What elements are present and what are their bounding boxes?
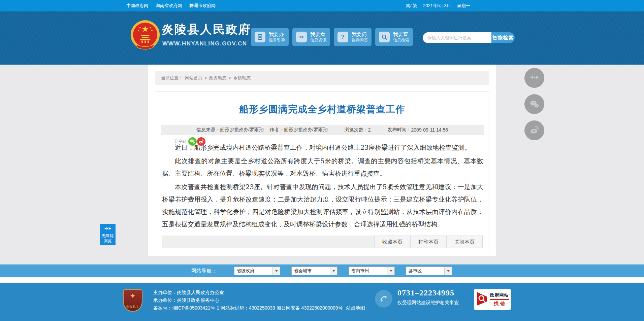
footer-gap [0, 277, 644, 283]
organizer-label: 主办单位： [153, 290, 177, 295]
smart-search-button[interactable]: 智能检索 [491, 32, 515, 43]
article: 船形乡圆满完成全乡村道桥梁普查工作 信息来源： 船形乡党政办/罗雨翔 作者： 船… [155, 91, 489, 253]
nav-select-value: 县市区 [406, 268, 444, 274]
question-icon: ? [337, 32, 348, 42]
error-badge-line1: 政府网站 [490, 292, 509, 298]
quick-button-query[interactable]: 我要查信息检索 [375, 28, 413, 46]
chevron-down-icon [330, 267, 337, 275]
article-paragraph: 此次排查的对象主要是全乡村道公路所有跨度大于5米的桥梁。调查的主要内容包括桥梁基… [162, 155, 483, 180]
quick-buttons: 我要办服务引导 我要看信息资讯 ? 我要问咨询问答 我要查信息检索 [251, 28, 413, 46]
quick-button-view[interactable]: 我要看信息资讯 [292, 28, 330, 46]
organizer-value: 炎陵县人民政府办公室 [177, 290, 224, 295]
nav-select-value: 省会城市 [292, 268, 330, 274]
lang-toggle[interactable]: 简/ 繁 [406, 3, 417, 9]
share-row: 分享到 [174, 137, 205, 146]
topbar-links: 中国政府网 湖南省政府网 株洲市政府网 [126, 0, 216, 11]
search-icon [379, 32, 390, 42]
torch-icon: ✦ [130, 292, 136, 300]
meta-author-value: 船形乡党政办/罗雨翔 [284, 127, 328, 133]
undertaker-value: 炎陵县政务服务中心 [177, 297, 219, 303]
site-title: 炎陵县人民政府 [162, 22, 251, 37]
sidebar-wechat-button[interactable] [524, 94, 544, 114]
meta-time-label: 发布时间： [388, 127, 411, 133]
breadcrumb-home[interactable]: 网站首页 [185, 75, 202, 81]
meta-views-value: 2 [368, 127, 371, 133]
footer-icp-line: 备案号：湘ICP备05003421号-1 网站标识码：4302250033 湘公… [153, 304, 365, 312]
content-card: 当前位置： 网站首页 > 政务动态 > 乡镇动态 船形乡圆满完成全乡村道桥梁普查… [148, 65, 496, 256]
nav-select-provincial-gov[interactable]: 省级政府 [234, 266, 280, 275]
quick-button-apply[interactable]: 我要办服务引导 [251, 28, 289, 46]
topbar-right: 简/ 繁 2021年5月3日 星期一 [406, 0, 470, 11]
breadcrumb-gov-news[interactable]: 政务动态 [209, 75, 227, 81]
search-input[interactable] [423, 32, 491, 43]
quick-button-label: 我要看 [310, 31, 326, 38]
quick-button-ask[interactable]: ? 我要问咨询问答 [334, 28, 372, 46]
article-actions-bar: 收藏本页 打印本页 关闭本页 [162, 236, 483, 248]
topbar-link-zhuzhou-gov[interactable]: 株洲市政府网 [189, 3, 216, 9]
share-label: 分享到 [174, 139, 186, 144]
icp-text: 备案号：湘ICP备05003421号-1 网站标识码：4302250033 湘公… [153, 305, 343, 311]
breadcrumb-separator: > [204, 75, 207, 80]
chevron-down-icon [272, 267, 280, 275]
bookmark-page-button[interactable]: 收藏本页 [374, 236, 410, 248]
error-badge-divider [490, 299, 509, 300]
quick-button-sublabel: 咨询问答 [352, 38, 368, 43]
sidebar-weibo-button[interactable] [524, 120, 544, 140]
article-title: 船形乡圆满完成全乡村道桥梁普查工作 [155, 103, 489, 116]
close-page-button[interactable]: 关闭本页 [446, 236, 483, 248]
undertaker-label: 承办单位： [153, 297, 177, 303]
footer: ✦ 党政机关 主办单位：炎陵县人民政府办公室 承办单位：炎陵县政务服务中心 备案… [0, 283, 644, 321]
quick-button-label: 我要问 [352, 31, 368, 38]
meta-time-value: 2009-09-11 14:56 [411, 127, 448, 133]
footer-undertaker: 承办单位：炎陵县政务服务中心 [153, 296, 365, 304]
phone-icon [375, 290, 392, 308]
nav-select-province-cities[interactable]: 省内市州 [349, 266, 395, 275]
accessibility-browse-button[interactable]: 无障碍 浏览 [100, 224, 116, 245]
breadcrumb-label: 当前位置： [161, 75, 183, 81]
nav-select-value: 省内市州 [349, 268, 387, 274]
site-nav-label: 网站导航： [191, 264, 217, 277]
meta-source-label: 信息来源： [196, 127, 220, 133]
chevron-down-icon [387, 267, 394, 275]
website-error-report-badge[interactable]: 政府网站 找错 [474, 289, 511, 310]
party-gov-badge: ✦ 党政机关 [123, 289, 142, 312]
footer-nav-strip: 网站导航： 省级政府 省会城市 省内市州 县市区 [0, 264, 644, 277]
article-paragraph: 近日，船形乡完成境内村道公路桥梁普查工作，对境内村道公路上23座桥梁进行了深入细… [162, 141, 483, 154]
footer-organizer: 主办单位：炎陵县人民政府办公室 [153, 289, 365, 296]
nav-select-counties[interactable]: 县市区 [406, 266, 452, 275]
weibo-icon [529, 124, 540, 137]
nav-select-value: 省级政府 [234, 268, 272, 274]
nav-select-capital-cities[interactable]: 省会城市 [291, 266, 337, 275]
search-bar: 智能检索 [423, 32, 515, 43]
service-phone-note: 仅受理网站建设维护相关事宜 [397, 300, 459, 306]
sitemap-link[interactable]: 站点地图 [346, 305, 365, 311]
national-emblem-logo [130, 20, 160, 52]
quick-button-sublabel: 服务引导 [269, 38, 285, 43]
breadcrumb-town-news[interactable]: 乡镇动态 [233, 75, 251, 81]
topbar-link-hunan-gov[interactable]: 湖南省政府网 [156, 3, 182, 9]
share-weibo-icon[interactable] [197, 137, 205, 146]
wechat-icon [529, 98, 540, 111]
quick-button-label: 我要查 [393, 31, 409, 38]
meta-views-label: 浏览次数： [345, 127, 368, 133]
footer-info: 主办单位：炎陵县人民政府办公室 承办单位：炎陵县政务服务中心 备案号：湘ICP备… [153, 289, 365, 312]
share-wechat-icon[interactable] [188, 137, 197, 146]
breadcrumb: 当前位置： 网站首页 > 政务动态 > 乡镇动态 [155, 71, 489, 85]
print-page-button[interactable]: 打印本页 [410, 236, 446, 248]
meta-author-label: 作者： [270, 127, 284, 133]
find-error-logo-icon [476, 291, 488, 308]
accessibility-label-line2: 浏览 [104, 239, 112, 244]
meta-source-value: 船形乡党政办/罗雨翔 [220, 127, 264, 133]
accessibility-label-line1: 无障碍 [102, 234, 114, 239]
eye-icon [104, 226, 112, 233]
quick-button-sublabel: 信息检索 [393, 38, 409, 43]
topbar-link-china-gov[interactable]: 中国政府网 [126, 3, 148, 9]
current-weekday: 星期一 [457, 3, 470, 9]
document-icon [255, 32, 265, 42]
current-date: 2021年5月3日 [423, 3, 451, 9]
article-paragraph: 本次普查共检查检测桥梁23座。针对普查中发现的问题，技术人员提出了5项长效管理意… [162, 181, 483, 230]
eye-icon [529, 72, 540, 84]
service-phone-number: 0731–22234995 [397, 288, 454, 297]
sidebar-accessibility-button[interactable] [524, 68, 544, 88]
party-gov-badge-label: 党政机关 [126, 305, 139, 309]
